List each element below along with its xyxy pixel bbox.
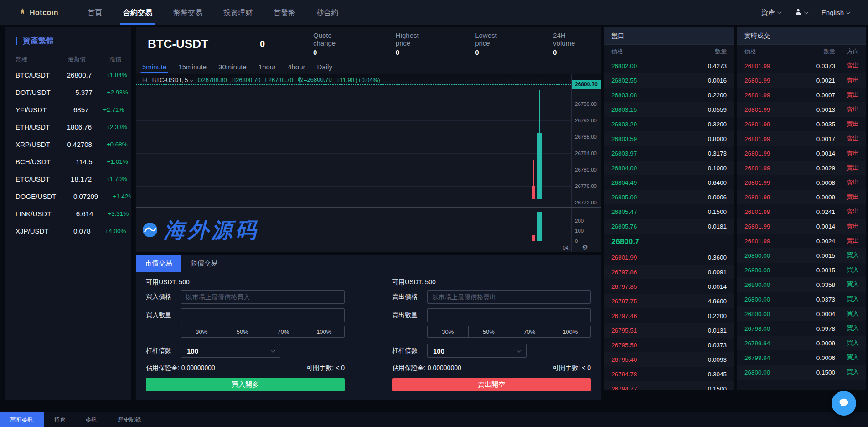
bottom-tab[interactable]: 當前委託 [0,412,44,427]
trade-row[interactable]: 26801.990.0029賣出 [737,161,866,175]
chart-symbol-label[interactable]: BTC-USDT, 5 [152,77,193,83]
percent-button[interactable]: 100% [550,326,591,337]
trade-row[interactable]: 26801.990.0017賣出 [737,131,866,146]
orderbook-row[interactable]: 26801.990.3600 [604,250,734,265]
market-row[interactable]: BTC/USDT26800.7+1.84% [5,66,131,83]
trade-row[interactable]: 26801.990.0014賣出 [737,146,866,161]
sell-price-input[interactable] [427,290,591,304]
percent-button[interactable]: 50% [468,326,509,337]
nav-item[interactable]: 首頁 [88,0,102,25]
trade-row[interactable]: 26800.000.0358買入 [737,277,866,292]
grid-icon[interactable]: ⊞ [142,76,148,83]
percent-button[interactable]: 50% [222,326,263,337]
assets-menu[interactable]: 資產 [761,8,781,17]
user-menu[interactable] [795,8,808,17]
sell-open-short-button[interactable]: 賣出開空 [392,378,591,391]
sell-leverage-select[interactable]: 100 [427,344,527,358]
market-row[interactable]: XJP/USDT0.078+4.00% [5,222,131,240]
orderbook-row[interactable]: 26804.490.6400 [604,175,734,190]
trade-row[interactable]: 26801.990.0241賣出 [737,204,866,219]
available-label: 可用USDT: [146,278,177,286]
bottom-tab[interactable]: 持倉 [44,412,76,427]
orderbook-row[interactable]: 26802.550.0016 [604,73,734,88]
percent-button[interactable]: 30% [181,326,222,337]
trade-row[interactable]: 26801.990.0035賣出 [737,117,866,131]
nav-item[interactable]: 幣幣交易 [173,0,202,25]
bottom-tab[interactable]: 委託 [76,412,108,427]
market-row[interactable]: DOT/USDT5.377+2.93% [5,83,131,101]
volume-separator[interactable] [136,207,601,208]
orderbook-row[interactable]: 26804.000.1000 [604,161,734,175]
market-row[interactable]: LINK/USDT6.614+3.31% [5,205,131,222]
market-row[interactable]: ETC/USDT18.172+1.70% [5,170,131,187]
trade-row[interactable]: 26800.000.0015買入 [737,263,866,277]
orderbook-row[interactable]: 26803.150.0559 [604,102,734,117]
nav-item[interactable]: 合約交易 [123,0,152,25]
orderbook-qty: 0.1500 [686,208,727,215]
trade-row[interactable]: 26799.940.0006買入 [737,350,866,365]
orderbook-row[interactable]: 26803.590.8000 [604,131,734,146]
orderbook-row[interactable]: 26794.780.3045 [604,367,734,381]
nav-item[interactable]: 秒合約 [316,0,338,25]
trade-row[interactable]: 26801.990.0008賣出 [737,175,866,190]
market-row[interactable]: BCH/USDT114.5+1.01% [5,153,131,170]
nav-item[interactable]: 投资理财 [223,0,253,25]
chat-support-button[interactable] [832,391,856,416]
orderbook-row[interactable]: 26795.400.0093 [604,352,734,367]
language-menu[interactable]: English [822,9,850,16]
order-type-tab[interactable]: 限價交易 [181,255,227,272]
trade-row[interactable]: 26800.000.0373買入 [737,292,866,307]
trade-row[interactable]: 26801.990.0021賣出 [737,73,866,88]
orderbook-row[interactable]: 26803.970.3173 [604,146,734,161]
orderbook-row[interactable]: 26805.000.0006 [604,190,734,204]
buy-qty-input[interactable] [181,308,345,322]
market-row[interactable]: ETH/USDT1806.76+2.33% [5,118,131,135]
orderbook-row[interactable]: 26802.000.4273 [604,58,734,73]
timeframe-tab[interactable]: 4hour [288,63,305,71]
trade-row[interactable]: 26801.990.0373賣出 [737,58,866,73]
logo[interactable]: Hotcoin [18,7,58,18]
percent-button[interactable]: 70% [509,326,550,337]
orderbook-row[interactable]: 26805.760.0181 [604,219,734,234]
nav-item[interactable]: 首發幣 [274,0,295,25]
buy-open-long-button[interactable]: 買入開多 [146,378,345,391]
orderbook-row[interactable]: 26795.510.0131 [604,323,734,338]
buy-leverage-select[interactable]: 100 [181,344,280,358]
timeframe-tab[interactable]: 30minute [218,63,247,71]
market-row[interactable]: DOGE/USDT0.07209+1.42% [5,187,131,205]
timeframe-tab[interactable]: 1hour [258,63,276,71]
trade-row[interactable]: 26801.990.0009賣出 [737,190,866,204]
orderbook-row[interactable]: 26803.290.3200 [604,117,734,131]
chart-settings-gear-icon[interactable]: ⚙ [582,243,588,251]
timeframe-tab[interactable]: Daily [317,63,332,71]
trade-row[interactable]: 26800.000.0004買入 [737,307,866,321]
orderbook-row[interactable]: 26805.470.1500 [604,204,734,219]
orderbook-row[interactable]: 26797.850.0014 [604,279,734,294]
trade-row[interactable]: 26801.990.0013賣出 [737,102,866,117]
orderbook-row[interactable]: 26795.500.0373 [604,338,734,352]
trade-row[interactable]: 26798.000.0978買入 [737,321,866,336]
orderbook-row[interactable]: 26797.754.9600 [604,294,734,308]
trade-row[interactable]: 26799.940.0009買入 [737,336,866,350]
timeframe-tab[interactable]: 5minute [142,63,166,71]
orderbook-row[interactable]: 26794.770.1500 [604,381,734,390]
percent-button[interactable]: 70% [263,326,304,337]
orderbook-row[interactable]: 26803.080.2200 [604,88,734,102]
buy-price-input[interactable] [181,290,345,304]
order-type-tab[interactable]: 市價交易 [136,255,181,272]
price-axis[interactable]: 26800.0026796.0026792.0026788.0026784.00… [571,74,601,252]
trade-row[interactable]: 26801.990.0024賣出 [737,234,866,248]
percent-button[interactable]: 30% [428,326,468,337]
percent-button[interactable]: 100% [304,326,345,337]
orderbook-row[interactable]: 26797.860.0091 [604,265,734,279]
market-row[interactable]: YFI/USDT6857+2.71% [5,101,131,118]
trade-row[interactable]: 26801.990.0014賣出 [737,219,866,234]
market-row[interactable]: XRP/USDT0.42708+0.68% [5,135,131,153]
timeframe-tab[interactable]: 15minute [178,63,207,71]
bottom-tab[interactable]: 歷史記錄 [108,412,151,427]
trade-row[interactable]: 26801.990.0007賣出 [737,88,866,102]
trade-row[interactable]: 26800.000.0015買入 [737,248,866,263]
sell-qty-input[interactable] [427,308,591,322]
orderbook-row[interactable]: 26797.460.2200 [604,308,734,323]
trade-row[interactable]: 26800.000.1500買入 [737,365,866,380]
